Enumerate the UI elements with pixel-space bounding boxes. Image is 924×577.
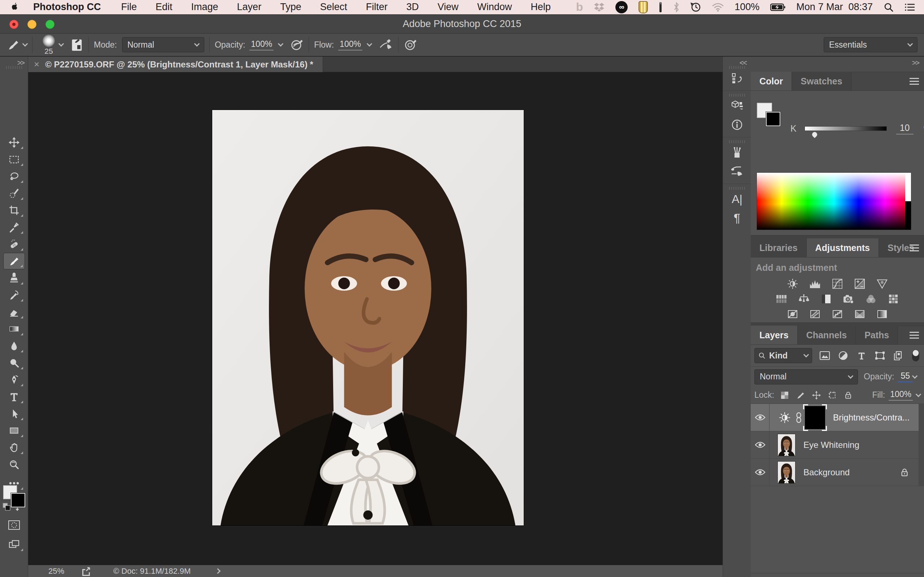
adj-curves-icon[interactable] <box>829 278 845 290</box>
menu-clock[interactable]: Mon 7 Mar 08:37 <box>796 2 873 13</box>
filter-shape-layers-icon[interactable] <box>874 350 886 362</box>
tool-clone-stamp[interactable] <box>3 270 25 286</box>
tab-adjustments[interactable]: Adjustments <box>807 239 879 257</box>
layers-panel-menu-icon[interactable] <box>909 332 919 339</box>
menu-help[interactable]: Help <box>521 2 560 13</box>
opacity-value[interactable]: 100% <box>249 39 274 50</box>
layer-opacity-value[interactable]: 55 <box>898 371 913 382</box>
apple-menu[interactable] <box>10 2 19 12</box>
tool-crop[interactable] <box>3 202 25 219</box>
tool-zoom[interactable] <box>3 456 25 473</box>
tool-path-selection[interactable] <box>3 405 25 422</box>
layer-thumbnail[interactable] <box>777 434 795 456</box>
lock-transparency-icon[interactable] <box>779 390 790 401</box>
tab-color[interactable]: Color <box>751 72 792 90</box>
document-image[interactable] <box>212 110 524 525</box>
flow-value[interactable]: 100% <box>338 39 362 50</box>
dropbox-icon[interactable] <box>594 2 604 13</box>
dock-grip[interactable] <box>729 187 745 190</box>
menu-image[interactable]: Image <box>182 2 228 13</box>
tab-libraries[interactable]: Libraries <box>751 239 807 257</box>
behance-icon[interactable]: b <box>576 0 583 14</box>
pressure-opacity-icon[interactable] <box>290 38 304 52</box>
adj-vibrance-icon[interactable] <box>874 278 890 290</box>
adj-posterize-icon[interactable] <box>807 308 823 320</box>
tool-hand[interactable] <box>3 439 25 456</box>
tool-rectangular-marquee[interactable] <box>3 151 25 168</box>
tool-quick-selection[interactable] <box>3 185 25 201</box>
tool-preset-picker[interactable] <box>7 39 27 51</box>
adj-channel-mixer-icon[interactable] <box>863 293 879 305</box>
menu-select[interactable]: Select <box>311 2 357 13</box>
lock-pixels-icon[interactable] <box>795 390 806 401</box>
expand-panels-icon[interactable]: << <box>740 59 746 67</box>
opacity-chevron[interactable] <box>912 373 918 379</box>
layer-mask-thumbnail[interactable] <box>805 406 825 429</box>
tab-layers[interactable]: Layers <box>751 326 798 344</box>
zoom-level-field[interactable]: 25% <box>48 567 81 576</box>
history-panel-icon[interactable] <box>723 69 751 88</box>
brush-presets-panel-icon[interactable] <box>723 143 751 162</box>
brush-preset-picker[interactable]: 25 <box>43 35 55 55</box>
layer-visibility-toggle[interactable] <box>751 431 769 458</box>
color-spectrum-ramp[interactable] <box>756 172 911 230</box>
adjustments-panel-menu-icon[interactable] <box>909 245 919 252</box>
bluetooth-icon[interactable] <box>673 2 680 13</box>
zoom-window-button[interactable] <box>45 20 55 29</box>
share-export-icon[interactable] <box>81 566 92 576</box>
layer-visibility-toggle[interactable] <box>751 459 769 486</box>
tool-history-brush[interactable] <box>3 287 25 303</box>
airbrush-icon[interactable] <box>379 38 393 52</box>
panel-background-swatch[interactable] <box>766 112 780 126</box>
doc-size-info[interactable]: © Doc: 91.1M/182.9M <box>113 567 191 576</box>
filter-type-layers-icon[interactable] <box>856 350 868 362</box>
collapse-panels-icon[interactable]: >> <box>912 59 919 67</box>
dock-grip[interactable] <box>729 140 745 143</box>
toggle-brush-panel-icon[interactable] <box>71 38 83 52</box>
adj-photo-filter-icon[interactable] <box>841 293 856 305</box>
k-slider[interactable] <box>804 126 887 131</box>
adj-color-balance-icon[interactable] <box>796 293 812 305</box>
shield-icon[interactable] <box>638 1 648 13</box>
info-panel-icon[interactable] <box>723 115 751 134</box>
tool-gradient[interactable] <box>3 321 25 337</box>
adj-gradient-map-icon[interactable] <box>874 308 890 320</box>
document-tab[interactable]: × © P2270159.ORF @ 25% (Brightness/Contr… <box>28 56 323 72</box>
filter-smart-object-icon[interactable] <box>893 350 905 362</box>
menu-file[interactable]: File <box>111 2 146 13</box>
tool-blur[interactable] <box>3 338 25 354</box>
minimize-window-button[interactable] <box>27 20 36 29</box>
tool-eyedropper[interactable] <box>3 219 25 235</box>
paragraph-panel-icon[interactable]: ¶ <box>723 208 751 227</box>
white-black-ramp[interactable] <box>905 173 911 230</box>
tab-channels[interactable]: Channels <box>798 326 856 344</box>
tablet-icon[interactable] <box>659 2 662 13</box>
collapse-tools-icon[interactable]: >> <box>17 59 24 67</box>
pressure-size-icon[interactable] <box>404 38 417 52</box>
character-panel-icon[interactable]: A| <box>723 190 751 208</box>
fill-value[interactable]: 100% <box>888 390 913 401</box>
tool-dodge[interactable] <box>3 355 25 371</box>
adj-black-white-icon[interactable] <box>818 293 834 305</box>
layer-blend-mode-select[interactable]: Normal <box>754 369 858 384</box>
adj-brightness-contrast-icon[interactable] <box>785 278 801 290</box>
menu-edit[interactable]: Edit <box>146 2 182 13</box>
menu-layer[interactable]: Layer <box>228 2 271 13</box>
time-machine-icon[interactable] <box>690 2 701 13</box>
close-window-button[interactable] <box>10 20 18 29</box>
filter-adjustment-layers-icon[interactable] <box>837 350 849 362</box>
tool-eraser[interactable] <box>3 304 25 320</box>
tab-paths[interactable]: Paths <box>856 326 898 344</box>
notification-center-icon[interactable] <box>905 3 915 11</box>
lock-position-icon[interactable] <box>811 390 822 401</box>
brush-settings-panel-icon[interactable] <box>723 162 751 181</box>
spotlight-icon[interactable] <box>884 2 894 12</box>
tool-move[interactable] <box>3 134 25 151</box>
properties-panel-icon[interactable] <box>723 97 751 115</box>
creative-cloud-icon[interactable]: ∞ <box>615 1 628 13</box>
tab-swatches[interactable]: Swatches <box>792 72 851 90</box>
adj-hue-saturation-icon[interactable] <box>774 293 789 305</box>
layer-row-brightness-contrast[interactable]: Brightness/Contra... <box>751 404 919 431</box>
color-panel-menu-icon[interactable] <box>909 78 919 85</box>
wifi-icon[interactable] <box>712 3 724 12</box>
